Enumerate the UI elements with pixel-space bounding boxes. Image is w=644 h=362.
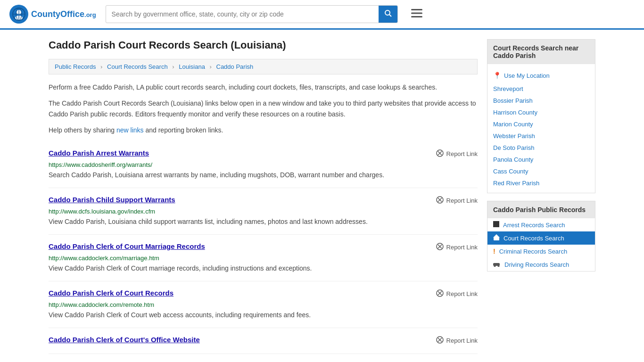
sidebar-nav-item[interactable]: Court Records Search — [487, 231, 595, 245]
nearby-link[interactable]: Marion County — [493, 121, 533, 128]
logo[interactable]: CountyOffice.org — [9, 5, 96, 24]
search-input[interactable] — [106, 7, 379, 22]
breadcrumb-sep-3: › — [210, 63, 212, 70]
logo-icon — [9, 5, 28, 24]
result-header: Caddo Parish Child Support Warrants Repo… — [49, 196, 478, 206]
location-pin-icon: 📍 — [493, 72, 501, 79]
nearby-link-item: Webster Parish — [487, 130, 595, 142]
sidebar: Court Records Search near Caddo Parish 📍… — [487, 39, 595, 354]
report-icon — [436, 196, 444, 206]
result-item: Caddo Parish Clerk of Court's Office Web… — [49, 328, 478, 354]
result-item: Caddo Parish Arrest Warrants Report Link… — [49, 141, 478, 188]
report-link[interactable]: Report Link — [436, 149, 478, 159]
nav-icon — [493, 261, 501, 268]
sidebar-nav-item[interactable]: !Criminal Records Search — [487, 245, 595, 258]
result-header: Caddo Parish Clerk of Court Marriage Rec… — [49, 242, 478, 253]
results-list: Caddo Parish Arrest Warrants Report Link… — [49, 141, 478, 354]
nav-items-list: Arrest Records SearchCourt Records Searc… — [487, 218, 595, 271]
nearby-header: Court Records Search near Caddo Parish — [487, 40, 595, 64]
breadcrumb-louisiana[interactable]: Louisiana — [179, 63, 205, 70]
nav-item-label[interactable]: Driving Records Search — [504, 261, 569, 268]
main-wrapper: Caddo Parish Court Records Search (Louis… — [39, 30, 605, 362]
result-url[interactable]: https://www.caddosheriff.org/warrants/ — [49, 161, 478, 168]
breadcrumb: Public Records › Court Records Search › … — [49, 59, 478, 74]
nearby-link[interactable]: De Soto Parish — [493, 144, 534, 151]
result-header: Caddo Parish Clerk of Court Records Repo… — [49, 289, 478, 299]
nearby-link-item: Marion County — [487, 118, 595, 130]
result-header: Caddo Parish Clerk of Court's Office Web… — [49, 336, 478, 346]
menu-button[interactable] — [407, 6, 426, 22]
desc-para-3: Help others by sharing new links and rep… — [49, 125, 478, 135]
use-location-link[interactable]: Use My Location — [504, 72, 550, 79]
nearby-link[interactable]: Cass County — [493, 168, 528, 175]
report-link[interactable]: Report Link — [436, 289, 478, 299]
nearby-link-item: Red River Parish — [487, 177, 595, 189]
breadcrumb-sep-1: › — [100, 63, 102, 70]
nearby-link[interactable]: Panola County — [493, 156, 533, 163]
header: CountyOffice.org — [0, 0, 644, 30]
result-title[interactable]: Caddo Parish Clerk of Court Records — [49, 289, 173, 297]
report-link[interactable]: Report Link — [436, 196, 478, 206]
nearby-link-item: Cass County — [487, 165, 595, 177]
result-header: Caddo Parish Arrest Warrants Report Link — [49, 149, 478, 159]
nav-item-label[interactable]: Court Records Search — [504, 235, 564, 242]
desc-para-2: The Caddo Parish Court Records Search (L… — [49, 98, 478, 119]
result-url[interactable]: http://www.dcfs.louisiana.gov/index.cfm — [49, 208, 478, 215]
logo-label: CountyOffice.org — [31, 9, 96, 19]
result-url[interactable]: http://www.caddoclerk.com/remote.htm — [49, 301, 478, 308]
svg-rect-9 — [411, 9, 422, 10]
svg-line-8 — [389, 15, 391, 16]
breadcrumb-sep-2: › — [172, 63, 174, 70]
use-location-item: 📍 Use My Location — [487, 68, 595, 83]
sidebar-nav-item[interactable]: Driving Records Search — [487, 258, 595, 271]
result-desc: Search Caddo Parish, Louisiana arrest wa… — [49, 170, 478, 180]
nearby-link[interactable]: Webster Parish — [493, 132, 535, 140]
sidebar-nav-item[interactable]: Arrest Records Search — [487, 218, 595, 231]
report-link[interactable]: Report Link — [436, 336, 478, 346]
nearby-link[interactable]: Bossier Parish — [493, 97, 533, 104]
page-title: Caddo Parish Court Records Search (Louis… — [49, 39, 478, 51]
breadcrumb-court-records[interactable]: Court Records Search — [107, 63, 168, 70]
nearby-link-item: Shreveport — [487, 83, 595, 95]
desc-para-1: Perform a free Caddo Parish, LA public c… — [49, 82, 478, 92]
svg-marker-29 — [493, 234, 500, 238]
result-title[interactable]: Caddo Parish Clerk of Court's Office Web… — [49, 336, 200, 344]
nearby-links-list: ShreveportBossier ParishHarrison CountyM… — [487, 83, 595, 189]
nearby-link[interactable]: Red River Parish — [493, 180, 539, 187]
new-links-link[interactable]: new links — [116, 126, 144, 134]
nav-icon: ! — [493, 247, 495, 255]
svg-rect-11 — [411, 16, 422, 17]
result-url[interactable]: http://www.caddoclerk.com/marriage.htm — [49, 255, 478, 262]
breadcrumb-caddo-parish[interactable]: Caddo Parish — [216, 63, 254, 70]
report-icon — [436, 149, 444, 159]
svg-rect-10 — [411, 13, 422, 14]
svg-rect-28 — [494, 237, 499, 240]
result-title[interactable]: Caddo Parish Clerk of Court Marriage Rec… — [49, 242, 205, 250]
result-desc: View Caddo Parish Clerk of Court marriag… — [49, 263, 478, 273]
nearby-link-item: Bossier Parish — [487, 95, 595, 107]
breadcrumb-public-records[interactable]: Public Records — [55, 63, 96, 70]
result-title[interactable]: Caddo Parish Child Support Warrants — [49, 196, 175, 204]
result-title[interactable]: Caddo Parish Arrest Warrants — [49, 149, 149, 157]
nav-item-label[interactable]: Arrest Records Search — [503, 222, 565, 229]
result-item: Caddo Parish Clerk of Court Marriage Rec… — [49, 235, 478, 281]
nav-item-label[interactable]: Criminal Records Search — [499, 248, 568, 255]
result-item: Caddo Parish Clerk of Court Records Repo… — [49, 281, 478, 328]
search-container — [106, 5, 398, 23]
result-desc: View Caddo Parish Clerk of Court web acc… — [49, 310, 478, 320]
report-link[interactable]: Report Link — [436, 242, 478, 253]
report-icon — [436, 242, 444, 253]
nearby-link-item: De Soto Parish — [487, 142, 595, 154]
result-item: Caddo Parish Child Support Warrants Repo… — [49, 188, 478, 235]
nearby-link-item: Panola County — [487, 154, 595, 165]
public-records-section: Caddo Parish Public Records Arrest Recor… — [487, 201, 595, 272]
nearby-link[interactable]: Harrison County — [493, 109, 537, 116]
nearby-link[interactable]: Shreveport — [493, 85, 523, 92]
svg-rect-27 — [493, 221, 499, 227]
hamburger-icon — [411, 8, 422, 20]
report-icon — [436, 289, 444, 299]
svg-point-7 — [385, 10, 390, 15]
search-button[interactable] — [379, 6, 397, 23]
desc-para-3-suffix: and reporting broken links. — [144, 126, 223, 134]
nearby-section: Court Records Search near Caddo Parish 📍… — [487, 39, 595, 193]
